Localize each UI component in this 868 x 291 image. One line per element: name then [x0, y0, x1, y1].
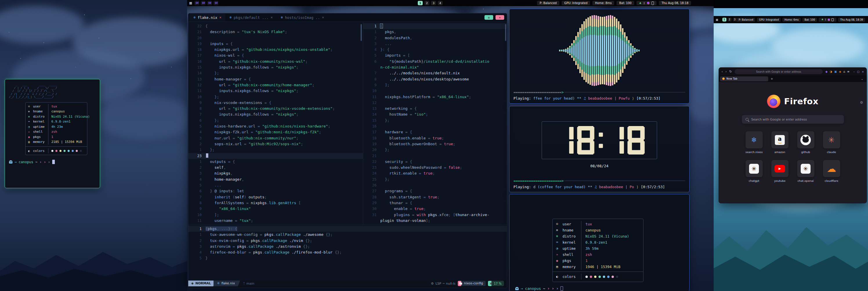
code-text: };	[380, 118, 389, 123]
shortcut-search-nixos[interactable]: ❄search.nixos	[746, 131, 763, 154]
tab-close-icon[interactable]: ×	[219, 16, 221, 20]
list-tabs-button[interactable]: ⌄	[861, 77, 865, 81]
workspace-button[interactable]: 1	[418, 1, 423, 5]
visualizer-bar	[624, 32, 625, 69]
line-number: 11	[188, 88, 206, 94]
shortcut-github[interactable]: github	[797, 131, 814, 154]
firefox-navbar: ‹ › ↻ Search with Google or enter addres…	[719, 68, 867, 76]
extension-diamond-icon[interactable]: ◆	[825, 70, 828, 73]
bitwarden-icon[interactable]: ▣	[834, 70, 837, 73]
tab-close-icon[interactable]: ×	[322, 16, 324, 20]
tray-icon[interactable]: $W	[201, 1, 206, 5]
memory-icon: ▤	[556, 265, 562, 269]
dark-reader-icon[interactable]: ◑	[830, 70, 832, 73]
reload-button[interactable]: ↻	[729, 70, 732, 74]
fetch-label: user	[562, 222, 581, 226]
new-tab-button[interactable]: +	[771, 77, 773, 81]
code-line: 20	[188, 35, 363, 41]
command-line[interactable]	[188, 286, 507, 288]
clock-widget[interactable]: Thu Aug 08, 18:39	[838, 18, 865, 22]
shortcut-cloudflare[interactable]: ☁cloudflare	[823, 160, 840, 182]
shortcut-amazon[interactable]: aamazon	[771, 131, 788, 154]
fetch-row: ◉pkgs1	[26, 135, 87, 140]
code-line: 20 };	[363, 147, 507, 153]
tab-new-tab[interactable]: New Tab	[720, 77, 768, 81]
metamask-icon[interactable]: ◈	[839, 70, 841, 73]
line-number: 16	[363, 123, 380, 129]
ghost-icon	[9, 160, 12, 164]
shortcut-chatgpt[interactable]: ✳chatgpt	[746, 160, 763, 182]
color-dot	[59, 150, 62, 152]
back-button[interactable]: ‹	[721, 70, 723, 74]
tab-flake-nix[interactable]: ❄flake.nix×	[189, 13, 225, 22]
code-text: {pkgs, ...}: {	[206, 226, 237, 232]
toggle-view-button[interactable]: ⊙	[485, 15, 493, 20]
visualizer-bar	[620, 24, 621, 77]
shortcut-label: chat.openai	[797, 179, 814, 182]
url-bar[interactable]: Search with Google or enter address	[735, 69, 823, 74]
search-input[interactable]: Search with Google or enter address	[742, 115, 844, 124]
forward-button[interactable]: ›	[725, 70, 726, 74]
workspace-button[interactable]: 2	[425, 1, 429, 5]
workspace-button[interactable]: 1	[722, 18, 726, 22]
shortcut-chat-openai[interactable]: ✳chat.openai	[797, 160, 814, 182]
code-text: };	[206, 147, 214, 153]
code-pane-flake[interactable]: 22{21 description = "tux's NixOS Flake";…	[188, 22, 363, 225]
workspace-list: 1234	[418, 1, 443, 5]
editor-buttons: ⊙ ×	[485, 15, 504, 20]
tray-icon[interactable]: $W	[194, 1, 199, 5]
fetch-row: ❄distroNixOS 24.11 (Vicuna)	[553, 233, 643, 239]
tray-icon[interactable]: $W	[214, 1, 218, 5]
code-line: 1{	[363, 23, 507, 29]
code-line: 10 ];	[188, 212, 363, 218]
workspace-button[interactable]: 3	[733, 18, 737, 22]
prompt-chevron: ›	[556, 286, 558, 291]
shortcut-claude[interactable]: ✳claude	[823, 131, 840, 154]
shortcut-label: claude	[823, 150, 840, 154]
fetch-output: ☺usertux≡hnamecanopus❄distroNixOS 24.11 …	[509, 194, 689, 291]
fetch-label: pkgs	[562, 259, 581, 263]
tab-close-icon[interactable]: ×	[271, 16, 273, 20]
tab-pkgs-default-[interactable]: ❄pkgs/default ...×	[225, 13, 277, 22]
code-line: 11 nixpkgs.hostPlatform = "x86_64-linux"…	[363, 94, 507, 100]
code-pane-iso[interactable]: 1{1 pkgs,2 modulesPath,3 ...4}: {5 impor…	[363, 22, 507, 225]
scrollbar-thumb[interactable]	[505, 24, 506, 41]
code-pane-pkgs[interactable]: 1{pkgs, ...}: {1 tux-awesome-wm-config =…	[188, 225, 507, 265]
fetch-value: 4h 23m	[48, 124, 85, 129]
minimize-button[interactable]: –	[853, 70, 855, 73]
workspace-button[interactable]: 2	[727, 18, 732, 22]
divider	[26, 146, 87, 147]
shortcut-youtube[interactable]: ▶youtube	[771, 160, 788, 182]
app-launcher-icon[interactable]: ▦	[189, 1, 192, 5]
shell-prompt[interactable]: →canopus~›››	[9, 160, 96, 164]
menu-icon[interactable]: ≡	[847, 70, 849, 73]
code-text: n-cd-minimal.nix"	[380, 64, 419, 70]
clock-widget[interactable]: Thu Aug 08, 18:18	[659, 1, 691, 5]
app-launcher-icon[interactable]: ▦	[716, 18, 718, 21]
code-text: ssh.startAgent = true;	[380, 194, 439, 200]
firefox-window: ‹ › ↻ Search with Google or enter addres…	[719, 67, 867, 203]
maximize-button[interactable]: ▢	[857, 70, 860, 73]
workspace-button[interactable]: 4	[438, 1, 443, 5]
prompt-path: ~	[35, 160, 37, 164]
workspace-button[interactable]: 3	[431, 1, 436, 5]
shortcut-tile: a	[771, 131, 788, 148]
nix-file-icon: ❄	[193, 16, 195, 20]
clock-digits	[552, 126, 647, 154]
visualizer-bar	[614, 17, 615, 84]
tab-hosts-isoImag-[interactable]: ❄hosts/isoImag ..×	[277, 13, 328, 22]
visualizer-bar	[628, 40, 629, 61]
tray-icon[interactable]: $W	[207, 1, 212, 5]
color-dot	[585, 275, 588, 278]
shell-prompt[interactable]: →canopus~›››	[515, 286, 689, 291]
fetch-label: uptime	[562, 246, 581, 251]
close-buffer-button[interactable]: ×	[496, 15, 504, 20]
now-playing: Playing: ffee for your head) ** ♫ beabad…	[509, 94, 689, 104]
scrollbar-thumb[interactable]	[361, 24, 362, 41]
home-icon[interactable]: ⌂	[843, 70, 845, 73]
fetch-label: pkgs	[33, 135, 48, 139]
fetch-label: user	[33, 105, 48, 108]
close-button[interactable]: ×	[862, 70, 864, 73]
personalize-gear-icon[interactable]: ⚙	[860, 100, 863, 105]
search-icon	[746, 118, 748, 121]
